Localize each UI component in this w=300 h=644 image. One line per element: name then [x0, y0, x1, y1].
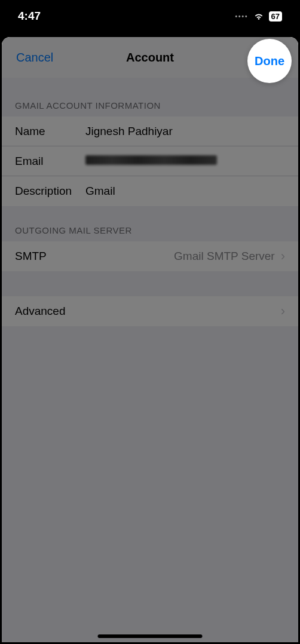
- done-highlight-label: Done: [255, 54, 284, 68]
- chevron-right-icon: ›: [281, 303, 285, 319]
- email-label: Email: [15, 155, 85, 168]
- advanced-row[interactable]: Advanced ›: [2, 296, 298, 326]
- description-value: Gmail: [85, 185, 285, 198]
- spacer: [2, 271, 298, 296]
- section-header-account-info: GMAIL ACCOUNT INFORMATION: [2, 78, 298, 116]
- smtp-row[interactable]: SMTP Gmail SMTP Server ›: [2, 241, 298, 271]
- name-value: Jignesh Padhiyar: [85, 125, 285, 138]
- account-sheet: Cancel Account Done GMAIL ACCOUNT INFORM…: [2, 37, 298, 642]
- wifi-icon: [253, 12, 264, 20]
- cancel-button[interactable]: Cancel: [16, 51, 53, 65]
- section-header-outgoing: OUTGOING MAIL SERVER: [2, 206, 298, 241]
- email-value: [85, 155, 285, 168]
- advanced-group: Advanced ›: [2, 296, 298, 326]
- page-title: Account: [126, 51, 174, 65]
- name-row[interactable]: Name Jignesh Padhiyar: [2, 116, 298, 146]
- description-label: Description: [15, 185, 85, 198]
- email-row[interactable]: Email: [2, 146, 298, 176]
- account-info-group: Name Jignesh Padhiyar Email Description …: [2, 116, 298, 206]
- battery-level: 67: [271, 12, 280, 21]
- status-bar: 4:47 •••• 67: [0, 0, 300, 32]
- done-highlight[interactable]: Done: [247, 39, 292, 83]
- status-time: 4:47: [18, 10, 41, 23]
- cellular-dots-icon: ••••: [235, 13, 249, 20]
- redacted-email: [85, 155, 217, 165]
- status-indicators: •••• 67: [235, 11, 282, 22]
- advanced-label: Advanced: [15, 305, 281, 318]
- outgoing-group: SMTP Gmail SMTP Server ›: [2, 241, 298, 271]
- description-row[interactable]: Description Gmail: [2, 176, 298, 206]
- name-label: Name: [15, 125, 85, 138]
- smtp-label: SMTP: [15, 250, 85, 263]
- home-indicator[interactable]: [98, 634, 203, 638]
- chevron-right-icon: ›: [281, 249, 285, 264]
- battery-indicator: 67: [269, 11, 282, 22]
- smtp-value: Gmail SMTP Server: [85, 250, 281, 263]
